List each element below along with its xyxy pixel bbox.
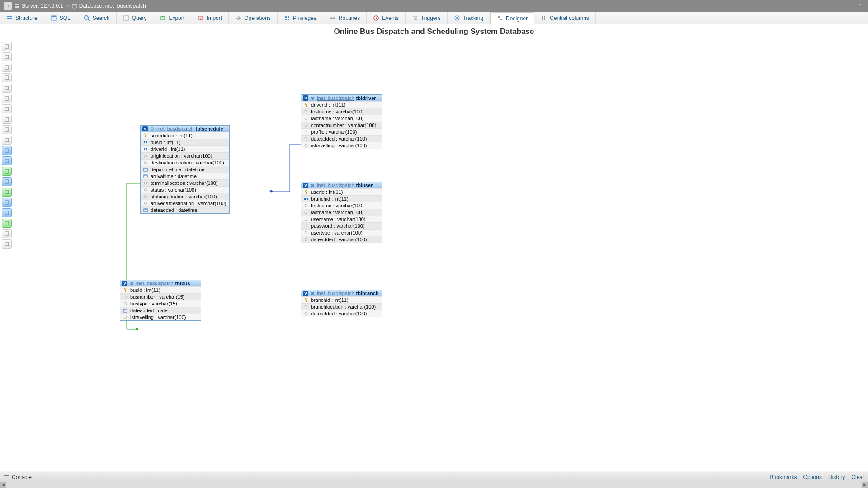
table-header[interactable]: v inet_busdispatch tblbus bbox=[120, 280, 201, 286]
gear-icon[interactable] bbox=[310, 183, 315, 188]
tab-centralcolumns[interactable]: Central columns bbox=[534, 12, 596, 24]
column-row[interactable]: status : varchar(100) bbox=[141, 186, 229, 193]
help-icon[interactable] bbox=[2, 156, 12, 165]
breadcrumb-database[interactable]: Database: inet_busdispatch bbox=[72, 3, 146, 9]
tab-routines[interactable]: Routines bbox=[323, 12, 367, 24]
table-schema[interactable]: inet_busdispatch bbox=[317, 291, 354, 296]
scroll-track[interactable] bbox=[6, 482, 862, 488]
column-row[interactable]: statusoperation : varchar(100) bbox=[141, 193, 229, 200]
column-row[interactable]: password : varchar(100) bbox=[301, 222, 382, 229]
column-row[interactable]: branchid : int(11) bbox=[301, 195, 382, 202]
table-toggle-icon[interactable]: v bbox=[122, 281, 127, 286]
gear-icon[interactable] bbox=[129, 281, 134, 286]
edit-page-icon[interactable] bbox=[2, 84, 12, 93]
fullscreen-icon[interactable] bbox=[2, 52, 12, 61]
column-row[interactable]: departuretime : datetime bbox=[141, 166, 229, 173]
save-page-icon[interactable] bbox=[2, 94, 12, 103]
column-row[interactable]: firstname : varchar(100) bbox=[301, 108, 382, 115]
create-table-icon[interactable] bbox=[2, 115, 12, 124]
toggle-relations-icon[interactable] bbox=[2, 208, 12, 217]
column-row[interactable]: busid : int(11) bbox=[141, 139, 229, 145]
console-link-history[interactable]: History bbox=[828, 474, 845, 480]
column-row[interactable]: dateadded : varchar(100) bbox=[301, 310, 382, 317]
column-row[interactable]: busnumber : varchar(15) bbox=[120, 293, 201, 300]
column-row[interactable]: profile : varchar(100) bbox=[301, 128, 382, 135]
add-tables-icon[interactable] bbox=[2, 63, 12, 72]
tab-operations[interactable]: Operations bbox=[229, 12, 278, 24]
table-schema[interactable]: inet_busdispatch bbox=[317, 183, 354, 188]
column-row[interactable]: istravelling : varchar(100) bbox=[120, 314, 201, 320]
column-row[interactable]: usertype : varchar(100) bbox=[301, 229, 382, 236]
tab-export[interactable]: Export bbox=[153, 12, 191, 24]
column-row[interactable]: lastname : varchar(100) bbox=[301, 209, 382, 216]
table-tblbus[interactable]: v inet_busdispatch tblbus busid : int(11… bbox=[120, 280, 201, 321]
column-row[interactable]: contactnumber : varchar(100) bbox=[301, 122, 382, 128]
table-header[interactable]: v inet_busdispatch tblbranch bbox=[301, 290, 382, 296]
tab-events[interactable]: Events bbox=[367, 12, 406, 24]
tab-privileges[interactable]: Privileges bbox=[278, 12, 323, 24]
table-header[interactable]: v inet_busdispatch tbldriver bbox=[301, 95, 382, 101]
gear-icon[interactable] bbox=[150, 127, 155, 131]
column-row[interactable]: branchlocation : varchar(100) bbox=[301, 303, 382, 310]
table-toggle-icon[interactable]: v bbox=[303, 291, 308, 296]
nav-toggle-button[interactable]: → bbox=[4, 2, 12, 10]
column-row[interactable]: istravelling : varchar(100) bbox=[301, 142, 382, 149]
collapse-breadcrumb-button[interactable]: ⌃ bbox=[856, 3, 864, 9]
new-page-icon[interactable] bbox=[2, 73, 12, 82]
column-row[interactable]: lastname : varchar(100) bbox=[301, 115, 382, 122]
column-row[interactable]: dateadded : varchar(100) bbox=[301, 236, 382, 243]
table-tblschedule[interactable]: v inet_busdispatch tblschedule schedulei… bbox=[140, 125, 230, 214]
column-row[interactable]: dateadded : date bbox=[120, 307, 201, 314]
tab-search[interactable]: Search bbox=[77, 12, 117, 24]
column-row[interactable]: dateadded : datetime bbox=[141, 206, 229, 213]
column-row[interactable]: arrivaltime : datetime bbox=[141, 173, 229, 179]
small-large-all-icon[interactable] bbox=[2, 188, 12, 197]
table-tblbranch[interactable]: v inet_busdispatch tblbranch branchid : … bbox=[301, 290, 382, 317]
tab-import[interactable]: Import bbox=[191, 12, 229, 24]
column-row[interactable]: originlocation : varchar(100) bbox=[141, 152, 229, 159]
column-row[interactable]: firstname : varchar(100) bbox=[301, 202, 382, 209]
tab-structure[interactable]: Structure bbox=[0, 12, 44, 24]
table-header[interactable]: v inet_busdispatch tblschedule bbox=[141, 126, 229, 132]
column-row[interactable]: driverid : int(11) bbox=[141, 145, 229, 152]
scroll-left-button[interactable]: ◄ bbox=[0, 482, 6, 488]
move-menu-icon[interactable] bbox=[2, 229, 12, 238]
table-schema[interactable]: inet_busdispatch bbox=[317, 95, 354, 101]
breadcrumb-server[interactable]: Server: 127.0.0.1 bbox=[14, 3, 63, 9]
gear-icon[interactable] bbox=[310, 291, 315, 296]
tab-triggers[interactable]: Triggers bbox=[406, 12, 448, 24]
create-relation-icon[interactable] bbox=[2, 125, 12, 134]
tab-sql[interactable]: SQL bbox=[44, 12, 77, 24]
table-header[interactable]: v inet_busdispatch tbluser bbox=[301, 182, 382, 188]
display-field-icon[interactable] bbox=[2, 136, 12, 145]
table-tbluser[interactable]: v inet_busdispatch tbluser userid : int(… bbox=[301, 182, 382, 243]
column-row[interactable]: terminallocation : varchar(100) bbox=[141, 179, 229, 186]
table-schema[interactable]: inet_busdispatch bbox=[136, 281, 174, 286]
tab-designer[interactable]: Designer bbox=[490, 12, 534, 24]
column-row[interactable]: arrivedatdestination : varchar(100) bbox=[141, 200, 229, 206]
column-row[interactable]: busid : int(11) bbox=[120, 286, 201, 293]
column-row[interactable]: branchid : int(11) bbox=[301, 296, 382, 303]
column-row[interactable]: userid : int(11) bbox=[301, 188, 382, 195]
table-schema[interactable]: inet_busdispatch bbox=[156, 126, 194, 131]
column-row[interactable]: scheduleid : int(11) bbox=[141, 132, 229, 139]
show-hide-tables-icon[interactable] bbox=[2, 42, 12, 51]
table-tbldriver[interactable]: v inet_busdispatch tbldriver driverid : … bbox=[301, 94, 382, 149]
tab-tracking[interactable]: Tracking bbox=[448, 12, 491, 24]
export-schema-icon[interactable] bbox=[2, 219, 12, 228]
console-link-options[interactable]: Options bbox=[803, 474, 822, 480]
console-link-clear[interactable]: Clear bbox=[851, 474, 864, 480]
toggle-small-large-icon[interactable] bbox=[2, 198, 12, 207]
console-link-bookmarks[interactable]: Bookmarks bbox=[770, 474, 797, 480]
column-row[interactable]: destinationlocation : varchar(100) bbox=[141, 159, 229, 166]
console-label[interactable]: Console bbox=[12, 474, 32, 480]
table-toggle-icon[interactable]: v bbox=[303, 183, 308, 188]
angular-links-icon[interactable] bbox=[2, 167, 12, 176]
designer-canvas[interactable]: v inet_busdispatch tblschedule schedulei… bbox=[18, 39, 868, 471]
table-toggle-icon[interactable]: v bbox=[303, 95, 308, 101]
tab-query[interactable]: Query bbox=[117, 12, 154, 24]
snap-to-grid-icon[interactable] bbox=[2, 177, 12, 186]
table-toggle-icon[interactable]: v bbox=[142, 126, 148, 131]
column-row[interactable]: bustype : varchar(15) bbox=[120, 300, 201, 307]
column-row[interactable]: dateadded : varchar(100) bbox=[301, 135, 382, 142]
